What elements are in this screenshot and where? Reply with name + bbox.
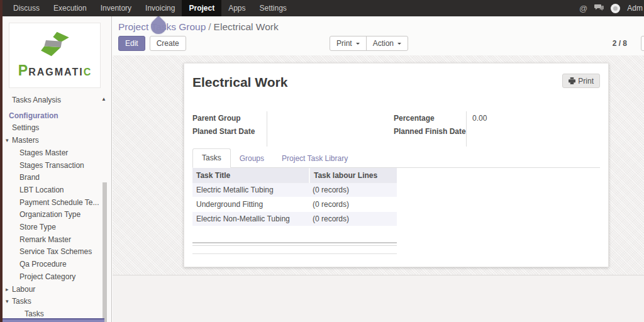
sheet-print-label: Print (578, 77, 594, 86)
column-header-task-title: Task Title (192, 171, 309, 180)
table-cell: (0 records) (309, 200, 397, 209)
touch-cursor-indicator (148, 16, 169, 37)
sidebar-item-label: Payment Schedule Te... (19, 198, 99, 207)
sidebar-item-remark-master[interactable]: Remark Master (3, 234, 111, 247)
control-panel: Project Tasks Group/Electrical Work Edit… (113, 16, 644, 55)
topbar-menu-settings[interactable]: Settings (253, 0, 294, 16)
topbar-menu-apps[interactable]: Apps (221, 0, 252, 16)
field-label-parent-group: Parent Group (192, 114, 267, 123)
table-row[interactable]: Electric Non-Metallic Tubing(0 records) (192, 212, 397, 226)
tab-groups[interactable]: Groups (231, 150, 273, 168)
label-value-divider (466, 111, 467, 147)
sidebar-item-label: LBT Location (19, 186, 64, 194)
field-group-left: Parent Group Planed Start Date (192, 111, 381, 142)
sidebar-item-service-tax-schemes[interactable]: Service Tax Schemes (3, 246, 111, 258)
chevron-down-icon[interactable]: ▾ (6, 135, 9, 147)
edit-button[interactable]: Edit (118, 36, 145, 51)
sidebar-item-label: Configuration (9, 111, 58, 120)
field-label-percentage: Percentage (394, 114, 466, 123)
sidebar-item-label: Organization Type (19, 210, 80, 219)
breadcrumb-separator: / (206, 21, 213, 32)
sidebar-item-stages-master[interactable]: Stages Master (3, 147, 111, 160)
print-dropdown-button[interactable]: Print (330, 36, 367, 51)
pager-previous-button[interactable] (641, 36, 644, 51)
table-row[interactable]: Underground Fitting(0 records) (192, 197, 397, 212)
mention-icon[interactable]: @ (579, 4, 587, 13)
sidebar-item-label: Service Tax Schemes (19, 247, 92, 256)
sidebar-item-labour[interactable]: ▸Labour (3, 284, 111, 296)
user-name[interactable]: Adm (627, 4, 643, 13)
topbar-menu-invoicing[interactable]: Invoicing (138, 0, 182, 16)
tab-tasks[interactable]: Tasks (192, 148, 231, 168)
sidebar-item-lbt-location[interactable]: LBT Location (3, 184, 111, 197)
sidebar-scrollbar[interactable] (103, 182, 107, 322)
sidebar-item-label: Labour (12, 285, 35, 294)
logo-letters-middle: RAGMATI (28, 67, 83, 77)
sidebar-item-tasks[interactable]: ▾Tasks (3, 296, 111, 308)
sidebar-item-label: Settings (12, 123, 39, 132)
print-action-group: Print Action (330, 36, 408, 51)
topbar-menu-execution[interactable]: Execution (47, 0, 94, 16)
sidebar-menu: Tasks AnalysisConfigurationSettings▾Mast… (3, 94, 111, 321)
sidebar-item-label: Store Type (19, 223, 56, 231)
table-cell: Electric Non-Metallic Tubing (192, 214, 309, 223)
logo-letter-first: P (18, 62, 28, 79)
form-view-background: Electrical Work Print Parent Group Plane… (113, 55, 644, 275)
chevron-down-icon[interactable]: ▾ (6, 296, 9, 308)
sidebar-item-label: Remark Master (19, 235, 71, 244)
tab-project-task-library[interactable]: Project Task Library (273, 150, 357, 168)
sidebar-item-label: Stages Master (19, 148, 68, 157)
action-dropdown-button[interactable]: Action (366, 36, 408, 51)
logo-wordmark: PRAGMATIC (9, 62, 100, 79)
field-label-planned-finish-date: Planned Finish Date (394, 127, 466, 136)
label-value-divider (267, 111, 267, 147)
sidebar-item-label: Tasks (12, 297, 31, 306)
breadcrumb-current: Electrical Work (214, 21, 279, 32)
sheet-divider-line (192, 253, 397, 254)
user-avatar[interactable] (611, 4, 620, 13)
print-dropdown-label: Print (336, 39, 352, 48)
topbar-menu-discuss[interactable]: Discuss (6, 0, 47, 16)
sidebar-item-label: Masters (12, 136, 39, 145)
topbar-menu-project[interactable]: Project (182, 0, 221, 16)
sheet-print-button[interactable]: Print (562, 74, 600, 88)
task-table-header-row: Task TitleTask labour Lines (192, 168, 397, 183)
table-cell: (0 records) (309, 186, 397, 194)
topbar: DiscussExecutionInventoryInvoicingProjec… (0, 0, 644, 16)
chevron-down-icon (397, 43, 401, 47)
table-cell: Electric Metallic Tubing (192, 186, 309, 194)
control-panel-buttons: Edit Create (118, 36, 186, 51)
sidebar: PRAGMATIC ▲ Tasks AnalysisConfigurationS… (3, 16, 112, 322)
create-button[interactable]: Create (150, 36, 186, 51)
field-value-percentage[interactable]: 0.00 (466, 114, 487, 123)
sidebar-item-label: Project Category (19, 272, 75, 281)
sidebar-item-settings[interactable]: Settings (3, 122, 111, 135)
chevron-right-icon[interactable]: ▸ (6, 284, 9, 296)
content-area: Project Tasks Group/Electrical Work Edit… (113, 16, 644, 322)
sidebar-selected-item-partial[interactable] (3, 318, 104, 322)
chevron-down-icon (356, 43, 360, 47)
column-header-task-labour-lines: Task labour Lines (309, 168, 397, 183)
sidebar-item-tasks-analysis[interactable]: Tasks Analysis (3, 94, 111, 107)
sidebar-item-label: Tasks Analysis (12, 96, 61, 104)
sidebar-item-masters[interactable]: ▾Masters (3, 135, 111, 147)
sidebar-item-label: Qa Procedure (19, 260, 67, 269)
sidebar-item-payment-schedule-te[interactable]: Payment Schedule Te... (3, 197, 111, 209)
topbar-menu-inventory[interactable]: Inventory (94, 0, 138, 16)
sidebar-item-qa-procedure[interactable]: Qa Procedure (3, 258, 111, 271)
task-table: Task TitleTask labour Lines Electric Met… (192, 168, 397, 226)
chat-icon[interactable] (594, 3, 604, 14)
sidebar-item-label: Tasks (25, 309, 44, 318)
window-edge-stripe (0, 0, 3, 322)
sidebar-item-stages-transaction[interactable]: Stages Transaction (3, 160, 111, 172)
topbar-menu: DiscussExecutionInventoryInvoicingProjec… (6, 0, 294, 16)
sidebar-item-organization-type[interactable]: Organization Type (3, 209, 111, 221)
table-row[interactable]: Electric Metallic Tubing(0 records) (192, 183, 397, 197)
sidebar-item-project-category[interactable]: Project Category (3, 271, 111, 284)
sidebar-item-label: Stages Transaction (19, 161, 84, 170)
sidebar-item-brand[interactable]: Brand (3, 172, 111, 184)
sidebar-item-store-type[interactable]: Store Type (3, 221, 111, 234)
topbar-right: @ Adm (579, 0, 644, 16)
sidebar-section-configuration: Configuration (3, 110, 111, 123)
logo-letter-last: C (84, 67, 92, 77)
